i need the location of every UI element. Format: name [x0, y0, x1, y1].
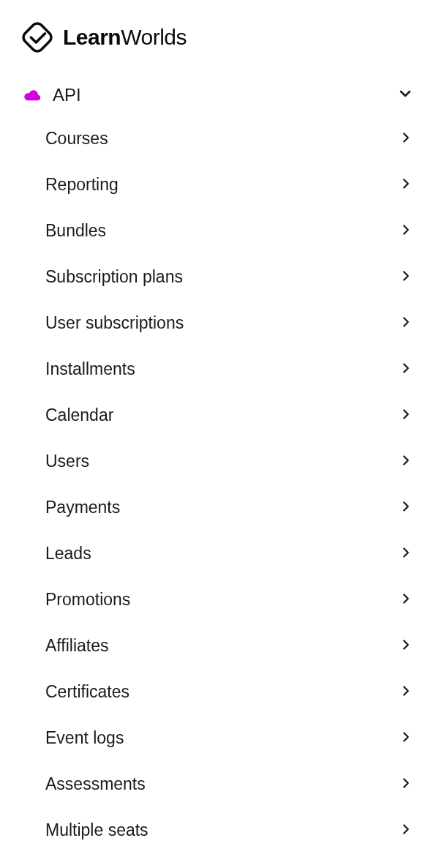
brand-logo-icon — [22, 22, 53, 53]
svg-rect-0 — [22, 22, 53, 53]
brand-name-bold: Learn — [63, 25, 121, 49]
nav-item-leads[interactable]: Leads — [45, 531, 414, 577]
nav-item-label: Installments — [45, 359, 135, 379]
nav-item-label: Affiliates — [45, 636, 109, 656]
nav-item-event-logs[interactable]: Event logs — [45, 715, 414, 761]
nav-item-calendar[interactable]: Calendar — [45, 392, 414, 438]
nav-item-label: Promotions — [45, 590, 130, 610]
nav-item-reporting[interactable]: Reporting — [45, 162, 414, 208]
nav-item-courses[interactable]: Courses — [45, 116, 414, 162]
chevron-right-icon — [398, 360, 414, 379]
nav-item-label: Assessments — [45, 774, 146, 794]
nav-item-label: Leads — [45, 544, 91, 564]
nav-item-affiliates[interactable]: Affiliates — [45, 623, 414, 669]
nav-item-multiple-seats[interactable]: Multiple seats — [45, 807, 414, 853]
nav-item-installments[interactable]: Installments — [45, 346, 414, 392]
nav-item-assessments[interactable]: Assessments — [45, 761, 414, 807]
chevron-right-icon — [398, 821, 414, 840]
chevron-right-icon — [398, 222, 414, 241]
nav-item-label: Payments — [45, 498, 120, 517]
chevron-right-icon — [398, 729, 414, 748]
nav-item-label: Bundles — [45, 221, 106, 241]
chevron-right-icon — [398, 545, 414, 564]
nav-item-label: Event logs — [45, 728, 124, 748]
cloud-icon — [22, 88, 44, 102]
nav-item-user-subscriptions[interactable]: User subscriptions — [45, 300, 414, 346]
nav-item-label: Subscription plans — [45, 267, 183, 287]
nav-item-payments[interactable]: Payments — [45, 484, 414, 531]
chevron-right-icon — [398, 130, 414, 149]
nav-item-label: Users — [45, 452, 89, 471]
nav-list: Courses Reporting Bundles Subscription p… — [22, 116, 414, 853]
chevron-right-icon — [398, 452, 414, 471]
nav-item-label: Calendar — [45, 405, 113, 425]
chevron-down-icon — [396, 85, 414, 105]
brand-name-light: Worlds — [121, 25, 187, 49]
nav-item-subscription-plans[interactable]: Subscription plans — [45, 254, 414, 300]
chevron-right-icon — [398, 268, 414, 287]
nav-item-label: Certificates — [45, 682, 129, 702]
nav-item-label: User subscriptions — [45, 313, 184, 333]
chevron-right-icon — [398, 498, 414, 517]
brand-logo[interactable]: LearnWorlds — [22, 22, 414, 53]
chevron-right-icon — [398, 591, 414, 610]
brand-logo-text: LearnWorlds — [63, 25, 187, 50]
chevron-right-icon — [398, 176, 414, 195]
nav-root-api[interactable]: API — [22, 79, 414, 111]
chevron-right-icon — [398, 637, 414, 656]
chevron-right-icon — [398, 314, 414, 333]
nav-item-certificates[interactable]: Certificates — [45, 669, 414, 715]
nav-root-label: API — [53, 85, 396, 105]
chevron-right-icon — [398, 683, 414, 702]
nav-item-label: Courses — [45, 129, 108, 149]
nav-item-users[interactable]: Users — [45, 438, 414, 484]
chevron-right-icon — [398, 406, 414, 425]
nav-item-label: Reporting — [45, 175, 119, 195]
nav-item-promotions[interactable]: Promotions — [45, 577, 414, 623]
nav-item-label: Multiple seats — [45, 820, 149, 840]
nav-item-bundles[interactable]: Bundles — [45, 208, 414, 254]
chevron-right-icon — [398, 775, 414, 794]
